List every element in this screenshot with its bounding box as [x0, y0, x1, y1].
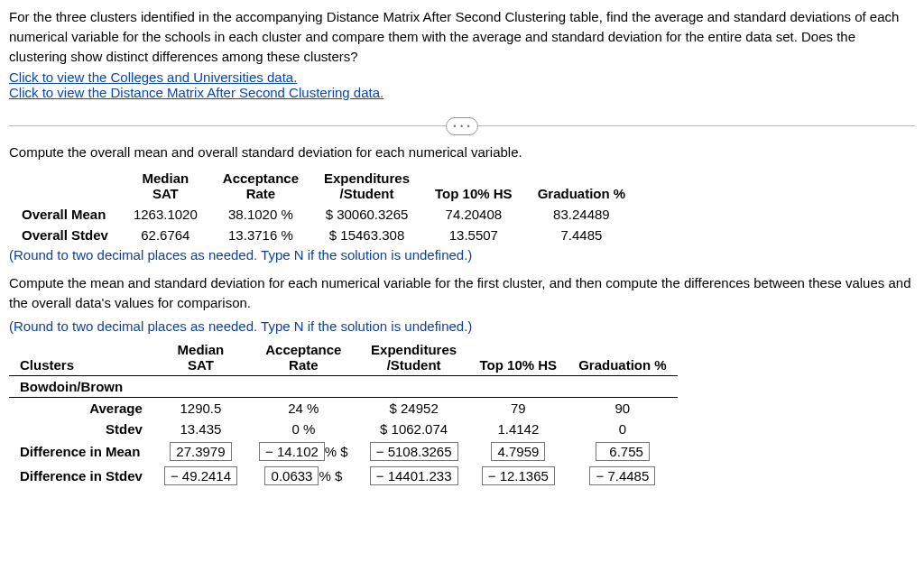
overall-stats-table: MedianSAT AcceptanceRate Expenditures/St… — [9, 168, 638, 245]
col-top10: Top 10% HS — [469, 339, 568, 376]
answer-input[interactable]: 6.755 — [596, 442, 650, 461]
col-graduation: Graduation % — [525, 168, 639, 204]
row-label-overall-mean: Overall Mean — [9, 204, 121, 225]
diff-stdev-row: Difference in Stdev − 49.2414 0.0633% $ … — [9, 464, 678, 488]
cell: 62.6764 — [121, 225, 210, 245]
col-median-sat: MedianSAT — [121, 168, 210, 204]
cell: 90 — [568, 397, 678, 419]
collapse-toggle[interactable]: • • • — [446, 117, 478, 135]
cell: 83.24489 — [525, 204, 639, 225]
cluster-stats-table: Clusters MedianSAT AcceptanceRate Expend… — [9, 339, 678, 488]
header-row: MedianSAT AcceptanceRate Expenditures/St… — [9, 168, 638, 204]
answer-input[interactable]: 4.7959 — [491, 442, 545, 461]
answer-cell: − 12.1365 — [469, 464, 568, 488]
cell: 13.3716 % — [210, 225, 311, 245]
col-clusters: Clusters — [9, 339, 153, 376]
cell: 1290.5 — [153, 397, 248, 419]
answer-cell: 4.7959 — [469, 439, 568, 464]
rounding-hint-2: (Round to two decimal places as needed. … — [9, 318, 915, 334]
col-acceptance: AcceptanceRate — [248, 339, 359, 376]
answer-input[interactable]: − 7.4485 — [589, 466, 655, 485]
cell: 24 % — [248, 397, 359, 419]
cell: $ 1062.074 — [359, 419, 469, 439]
question-text: For the three clusters identified in the… — [9, 7, 915, 66]
answer-cell: − 14401.233 — [359, 464, 469, 488]
diff-mean-row: Difference in Mean 27.3979 − 14.102% $ −… — [9, 439, 678, 464]
cluster-name-row: Bowdoin/Brown — [9, 375, 678, 397]
col-top10: Top 10% HS — [422, 168, 525, 204]
link-distance-matrix[interactable]: Click to view the Distance Matrix After … — [9, 85, 383, 100]
answer-cell: 27.3979 — [153, 439, 248, 464]
answer-cell: 6.755 — [568, 439, 678, 464]
cell: $ 24952 — [359, 397, 469, 419]
answer-cell: − 7.4485 — [568, 464, 678, 488]
cell: 1.4142 — [469, 419, 568, 439]
answer-cell: − 14.102% $ — [248, 439, 359, 464]
cell: 1263.1020 — [121, 204, 210, 225]
row-label-overall-stdev: Overall Stdev — [9, 225, 121, 245]
answer-input[interactable]: − 5108.3265 — [370, 442, 458, 461]
unit-suffix: % $ — [325, 444, 348, 459]
cell: 13.435 — [153, 419, 248, 439]
unit-suffix: % $ — [319, 468, 342, 484]
col-expenditures: Expenditures/Student — [359, 339, 469, 376]
row-label-stdev: Stdev — [9, 419, 153, 439]
col-expenditures: Expenditures/Student — [311, 168, 422, 204]
cell: 0 % — [248, 419, 359, 439]
col-graduation: Graduation % — [568, 339, 678, 376]
rounding-hint-1: (Round to two decimal places as needed. … — [9, 247, 915, 263]
instruction-overall: Compute the overall mean and overall sta… — [9, 143, 915, 162]
answer-cell: − 49.2414 — [153, 464, 248, 488]
cell: 74.20408 — [422, 204, 525, 225]
cluster-average-row: Average 1290.5 24 % $ 24952 79 90 — [9, 397, 678, 419]
row-label-diff-mean: Difference in Mean — [9, 439, 153, 464]
cell: 7.4485 — [525, 225, 639, 245]
cell: 0 — [568, 419, 678, 439]
cell: $ 30060.3265 — [311, 204, 422, 225]
cell: 38.1020 % — [210, 204, 311, 225]
overall-stdev-row: Overall Stdev 62.6764 13.3716 % $ 15463.… — [9, 225, 638, 245]
link-colleges-data[interactable]: Click to view the Colleges and Universit… — [9, 69, 297, 85]
cell: $ 15463.308 — [311, 225, 422, 245]
col-median-sat: MedianSAT — [153, 339, 248, 376]
answer-input[interactable]: − 12.1365 — [482, 466, 555, 485]
answer-input[interactable]: − 49.2414 — [164, 466, 237, 485]
answer-cell: − 5108.3265 — [359, 439, 469, 464]
col-acceptance: AcceptanceRate — [210, 168, 311, 204]
answer-input[interactable]: − 14.102 — [259, 442, 325, 461]
section-divider: • • • — [9, 125, 915, 126]
answer-input[interactable]: − 14401.233 — [370, 466, 458, 485]
cell: 13.5507 — [422, 225, 525, 245]
row-label-diff-stdev: Difference in Stdev — [9, 464, 153, 488]
row-label-average: Average — [9, 397, 153, 419]
header-row: Clusters MedianSAT AcceptanceRate Expend… — [9, 339, 678, 376]
answer-cell: 0.0633% $ — [248, 464, 359, 488]
cluster-stdev-row: Stdev 13.435 0 % $ 1062.074 1.4142 0 — [9, 419, 678, 439]
cell: 79 — [469, 397, 568, 419]
answer-input[interactable]: 0.0633 — [264, 466, 319, 485]
cluster-name: Bowdoin/Brown — [9, 375, 678, 397]
answer-input[interactable]: 27.3979 — [170, 442, 231, 461]
overall-mean-row: Overall Mean 1263.1020 38.1020 % $ 30060… — [9, 204, 638, 225]
instruction-cluster: Compute the mean and standard deviation … — [9, 273, 915, 313]
